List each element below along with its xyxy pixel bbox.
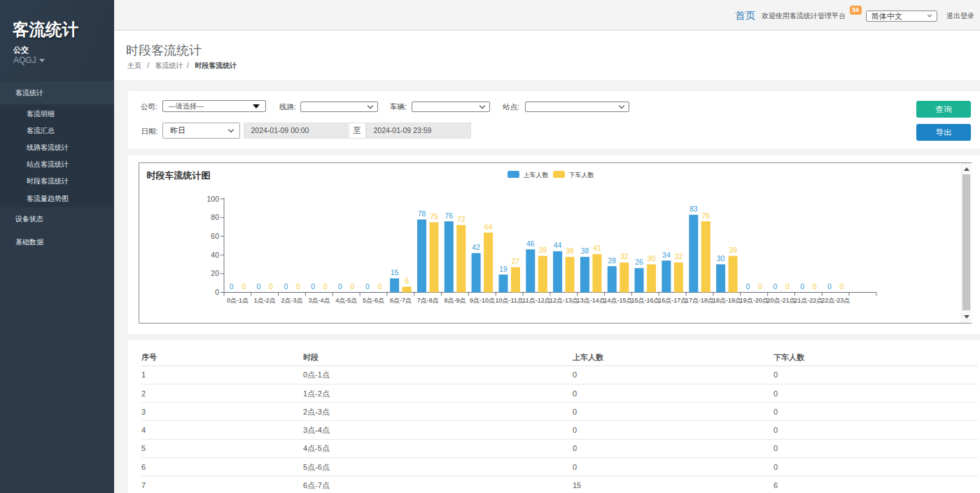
svg-text:76: 76 bbox=[444, 211, 453, 220]
svg-text:39: 39 bbox=[538, 246, 547, 254]
svg-text:14点-15点: 14点-15点 bbox=[603, 297, 632, 304]
svg-text:0: 0 bbox=[813, 282, 817, 291]
svg-text:46: 46 bbox=[526, 239, 535, 248]
svg-text:27: 27 bbox=[512, 257, 520, 265]
svg-text:28: 28 bbox=[608, 256, 616, 265]
svg-text:32: 32 bbox=[675, 252, 683, 261]
svg-text:100: 100 bbox=[206, 195, 219, 203]
svg-text:0: 0 bbox=[215, 288, 219, 296]
svg-text:42: 42 bbox=[472, 243, 480, 251]
svg-text:75: 75 bbox=[430, 212, 438, 221]
svg-text:3点-4点: 3点-4点 bbox=[308, 297, 330, 304]
svg-text:4点-5点: 4点-5点 bbox=[335, 297, 357, 304]
svg-text:30: 30 bbox=[717, 254, 725, 263]
svg-text:19点-20点: 19点-20点 bbox=[740, 297, 769, 304]
svg-text:12点-13点: 12点-13点 bbox=[550, 297, 578, 304]
svg-text:22点-23点: 22点-23点 bbox=[821, 297, 850, 304]
svg-text:11点-12点: 11点-12点 bbox=[522, 297, 550, 304]
svg-text:19: 19 bbox=[499, 265, 507, 273]
svg-text:6: 6 bbox=[405, 277, 409, 285]
svg-text:15: 15 bbox=[391, 268, 399, 277]
svg-text:0: 0 bbox=[311, 282, 315, 291]
svg-text:0: 0 bbox=[269, 282, 273, 291]
svg-text:0: 0 bbox=[758, 282, 762, 291]
svg-text:0: 0 bbox=[773, 282, 777, 291]
svg-text:0: 0 bbox=[351, 282, 355, 291]
svg-text:18点-19点: 18点-19点 bbox=[713, 297, 741, 304]
svg-text:72: 72 bbox=[457, 215, 465, 223]
svg-text:0: 0 bbox=[377, 282, 382, 291]
svg-text:0: 0 bbox=[785, 282, 790, 291]
svg-text:0: 0 bbox=[230, 282, 234, 291]
svg-text:7点-8点: 7点-8点 bbox=[417, 297, 439, 304]
svg-text:0: 0 bbox=[746, 282, 750, 291]
svg-text:0: 0 bbox=[323, 282, 328, 291]
svg-text:60: 60 bbox=[211, 232, 219, 240]
svg-text:26: 26 bbox=[635, 258, 643, 266]
svg-text:80: 80 bbox=[211, 213, 219, 221]
svg-text:9点-10点: 9点-10点 bbox=[470, 297, 495, 304]
svg-text:0: 0 bbox=[800, 282, 804, 291]
svg-text:20点-21点: 20点-21点 bbox=[766, 297, 795, 304]
svg-text:39: 39 bbox=[729, 246, 737, 254]
svg-text:40: 40 bbox=[211, 251, 219, 259]
svg-text:0: 0 bbox=[241, 282, 246, 291]
svg-text:2点-3点: 2点-3点 bbox=[281, 297, 303, 304]
svg-text:0: 0 bbox=[827, 282, 832, 291]
svg-text:20: 20 bbox=[211, 269, 219, 277]
svg-text:17点-18点: 17点-18点 bbox=[685, 297, 714, 304]
svg-text:41: 41 bbox=[593, 244, 601, 252]
svg-text:32: 32 bbox=[620, 252, 629, 261]
svg-text:0: 0 bbox=[257, 282, 261, 291]
svg-text:78: 78 bbox=[418, 209, 426, 218]
svg-text:0: 0 bbox=[284, 282, 288, 291]
svg-text:0: 0 bbox=[338, 282, 342, 291]
svg-text:44: 44 bbox=[554, 241, 562, 249]
svg-text:0: 0 bbox=[839, 282, 844, 291]
svg-text:6点-7点: 6点-7点 bbox=[390, 297, 412, 304]
svg-text:83: 83 bbox=[690, 204, 698, 213]
svg-text:8点-9点: 8点-9点 bbox=[444, 297, 466, 304]
svg-text:13点-14点: 13点-14点 bbox=[577, 297, 606, 304]
svg-text:21点-22点: 21点-22点 bbox=[794, 297, 822, 304]
svg-text:30: 30 bbox=[648, 254, 656, 263]
svg-text:16点-17点: 16点-17点 bbox=[658, 297, 687, 304]
svg-text:0: 0 bbox=[365, 282, 370, 291]
svg-text:38: 38 bbox=[581, 246, 589, 255]
svg-text:38: 38 bbox=[566, 246, 574, 255]
svg-text:76: 76 bbox=[701, 211, 710, 220]
svg-text:64: 64 bbox=[484, 223, 493, 231]
svg-text:34: 34 bbox=[662, 251, 671, 259]
svg-text:0: 0 bbox=[296, 282, 300, 291]
svg-text:1点-2点: 1点-2点 bbox=[254, 297, 276, 304]
svg-text:5点-6点: 5点-6点 bbox=[363, 297, 384, 304]
svg-text:10点-11点: 10点-11点 bbox=[496, 297, 524, 304]
svg-text:0点-1点: 0点-1点 bbox=[227, 297, 248, 304]
svg-text:15点-16点: 15点-16点 bbox=[631, 297, 659, 304]
